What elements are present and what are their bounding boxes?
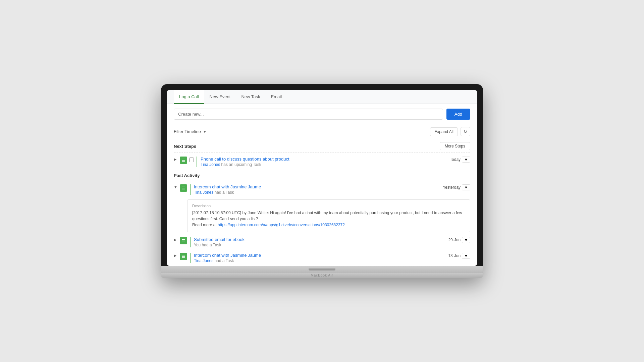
past-activity-item-2-date-label: 29-Jun bbox=[448, 238, 461, 242]
past-activity-item-3-action: had a Task bbox=[215, 258, 234, 263]
next-steps-item-1-date-label: Today bbox=[450, 157, 461, 162]
laptop-base: MacBook Air bbox=[161, 273, 483, 278]
description-label: Description bbox=[192, 204, 465, 208]
search-bar: Add bbox=[167, 104, 477, 124]
task-icon-past-2: ☰ bbox=[180, 237, 187, 244]
next-steps-item-1: ▶ ☰ Phone call to discuss questions abou… bbox=[174, 154, 470, 170]
past-activity-header: Past Activity bbox=[174, 170, 470, 180]
description-link[interactable]: https://app.intercom.com/a/apps/g1zkvebs… bbox=[218, 223, 345, 227]
laptop-brand-label: MacBook Air bbox=[311, 274, 333, 277]
past-activity-item-3-subtitle: Tina Jones had a Task bbox=[194, 258, 448, 263]
filter-timeline-button[interactable]: Filter Timeline ▼ bbox=[174, 129, 207, 134]
tab-new-event[interactable]: New Event bbox=[204, 90, 236, 104]
timeline-controls: Filter Timeline ▼ Expand All ↻ bbox=[167, 124, 477, 139]
past-activity-title: Past Activity bbox=[174, 173, 200, 178]
past-activity-item-1: ▼ ☰ Intercom chat with Jasmine Jaume Tin… bbox=[174, 182, 470, 232]
app-container: Log a Call New Event New Task Email Add … bbox=[167, 90, 477, 266]
past-activity-section: Past Activity ▼ ☰ Intercom chat with Jas… bbox=[167, 170, 477, 266]
past-activity-item-2-dropdown[interactable]: ▼ bbox=[462, 237, 470, 243]
filter-dropdown-icon: ▼ bbox=[203, 130, 207, 134]
tabs-bar: Log a Call New Event New Task Email bbox=[167, 90, 477, 104]
past-activity-item-3-name[interactable]: Tina Jones bbox=[194, 258, 213, 263]
tab-log-a-call[interactable]: Log a Call bbox=[174, 90, 204, 104]
past-activity-item-1-dropdown[interactable]: ▼ bbox=[462, 184, 470, 190]
tab-new-task[interactable]: New Task bbox=[236, 90, 265, 104]
expand-arrow-past-2[interactable]: ▶ bbox=[174, 238, 178, 242]
next-steps-header: Next Steps More Steps bbox=[174, 139, 470, 153]
task-icon-past-1: ☰ bbox=[180, 184, 187, 192]
past-activity-item-3-content: Intercom chat with Jasmine Jaume Tina Jo… bbox=[190, 253, 448, 263]
expand-all-button[interactable]: Expand All bbox=[430, 127, 458, 136]
filter-timeline-label: Filter Timeline bbox=[174, 129, 201, 134]
task-icon-past-3: ☰ bbox=[180, 253, 187, 260]
past-activity-item-1-name[interactable]: Tina Jones bbox=[194, 190, 213, 195]
laptop-frame: Log a Call New Event New Task Email Add … bbox=[161, 84, 483, 278]
next-steps-title: Next Steps bbox=[174, 144, 196, 149]
next-steps-item-1-content: Phone call to discuss questions about pr… bbox=[197, 157, 450, 167]
past-activity-item-2-subtitle: You had a Task bbox=[194, 243, 448, 247]
refresh-button[interactable]: ↻ bbox=[461, 127, 470, 136]
past-activity-item-2-action: You had a Task bbox=[194, 243, 221, 247]
expand-controls: Expand All ↻ bbox=[430, 127, 470, 136]
next-steps-section: Next Steps More Steps ▶ ☰ Phone call to … bbox=[167, 139, 477, 170]
next-steps-item-1-left: ▶ ☰ Phone call to discuss questions abou… bbox=[174, 157, 450, 167]
past-activity-item-1-subtitle: Tina Jones had a Task bbox=[194, 190, 443, 195]
task-icon-next-1: ☰ bbox=[180, 157, 187, 164]
next-steps-item-1-name[interactable]: Tina Jones bbox=[201, 162, 220, 167]
next-steps-item-1-dropdown[interactable]: ▼ bbox=[462, 157, 470, 163]
past-activity-item-3-dropdown[interactable]: ▼ bbox=[462, 253, 470, 259]
tab-email[interactable]: Email bbox=[266, 90, 287, 104]
add-button[interactable]: Add bbox=[446, 109, 470, 120]
past-activity-item-1-date: Yesterday ▼ bbox=[443, 184, 470, 190]
past-activity-item-3-date-label: 13-Jun bbox=[448, 253, 461, 258]
task-checkbox-next-1[interactable] bbox=[189, 158, 194, 162]
next-steps-item-1-subtitle: Tina Jones has an upcoming Task bbox=[201, 162, 450, 167]
expand-arrow-next-1[interactable]: ▶ bbox=[174, 157, 178, 162]
past-activity-item-2: ▶ ☰ Submitted email for ebook You had a … bbox=[174, 234, 470, 250]
laptop-bottom bbox=[161, 266, 483, 273]
past-activity-item-1-action: had a Task bbox=[215, 190, 234, 195]
past-activity-item-1-date-label: Yesterday bbox=[443, 185, 461, 190]
past-activity-item-1-title[interactable]: Intercom chat with Jasmine Jaume bbox=[194, 184, 443, 189]
past-activity-item-3-date: 13-Jun ▼ bbox=[448, 253, 470, 259]
past-activity-item-3-title[interactable]: Intercom chat with Jasmine Jaume bbox=[194, 253, 448, 258]
past-activity-item-1-description: Description [2017-07-18 10:57:09 UTC] by… bbox=[187, 199, 470, 232]
next-steps-item-1-date: Today ▼ bbox=[450, 157, 470, 163]
past-activity-item-1-row: ▼ ☰ Intercom chat with Jasmine Jaume Tin… bbox=[174, 182, 470, 197]
laptop-screen: Log a Call New Event New Task Email Add … bbox=[167, 90, 477, 266]
expand-arrow-past-1[interactable]: ▼ bbox=[174, 185, 178, 189]
past-activity-item-1-content: Intercom chat with Jasmine Jaume Tina Jo… bbox=[190, 184, 443, 195]
past-activity-item-2-content: Submitted email for ebook You had a Task bbox=[190, 237, 448, 247]
create-new-input[interactable] bbox=[174, 109, 443, 120]
description-text: [2017-07-18 10:57:09 UTC] by Jane White:… bbox=[192, 210, 465, 228]
more-steps-button[interactable]: More Steps bbox=[440, 142, 470, 150]
past-activity-item-2-date: 29-Jun ▼ bbox=[448, 237, 470, 243]
past-activity-item-3-left: ▶ ☰ Intercom chat with Jasmine Jaume Tin… bbox=[174, 253, 448, 263]
past-activity-item-3: ▶ ☰ Intercom chat with Jasmine Jaume Tin… bbox=[174, 250, 470, 266]
past-activity-item-1-left: ▼ ☰ Intercom chat with Jasmine Jaume Tin… bbox=[174, 184, 443, 195]
laptop-notch bbox=[309, 268, 335, 270]
expand-arrow-past-3[interactable]: ▶ bbox=[174, 253, 178, 258]
next-steps-item-1-title[interactable]: Phone call to discuss questions about pr… bbox=[201, 157, 450, 162]
next-steps-item-1-action: has an upcoming Task bbox=[221, 162, 261, 167]
past-activity-item-2-left: ▶ ☰ Submitted email for ebook You had a … bbox=[174, 237, 448, 247]
past-activity-item-2-title[interactable]: Submitted email for ebook bbox=[194, 237, 448, 242]
